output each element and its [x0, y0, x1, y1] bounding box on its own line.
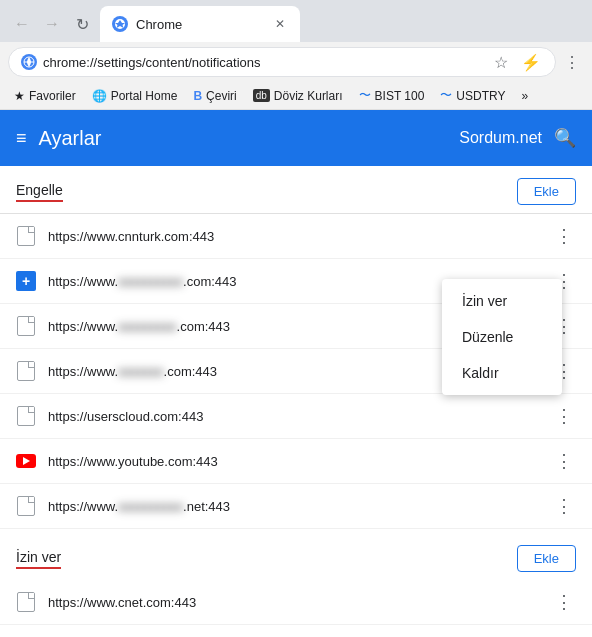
tab-bar: ← → ↻ Chrome ✕: [0, 0, 592, 42]
site-favicon-icon: +: [16, 271, 36, 291]
forward-button[interactable]: →: [38, 10, 66, 38]
site-more-button[interactable]: ⋮: [552, 494, 576, 518]
site-url-text: https://www.cnet.com:443: [48, 595, 540, 610]
site-more-button[interactable]: ⋮: [552, 590, 576, 614]
address-bar[interactable]: chrome://settings/content/notifications …: [8, 47, 556, 77]
youtube-icon: [16, 454, 36, 468]
tab-favicon-icon: [112, 16, 128, 32]
file-icon: [17, 361, 35, 381]
address-text: chrome://settings/content/notifications: [43, 55, 483, 70]
file-icon: [17, 226, 35, 246]
bookmark-portal-home[interactable]: 🌐 Portal Home: [86, 87, 184, 105]
usdtry-icon: 〜: [440, 87, 452, 104]
globe-icon: 🌐: [92, 89, 107, 103]
site-favicon-icon: [16, 406, 36, 426]
translate-icon: B: [193, 89, 202, 103]
settings-content: Engelle Ekle https://www.cnnturk.com:443…: [0, 166, 592, 637]
izin-ver-ekle-button[interactable]: Ekle: [517, 545, 576, 572]
engelle-ekle-button[interactable]: Ekle: [517, 178, 576, 205]
refresh-button[interactable]: ↻: [68, 10, 96, 38]
bookmark-more[interactable]: »: [515, 87, 534, 105]
engelle-title: Engelle: [16, 182, 63, 202]
list-item: https://userscloud.com:443 ⋮: [0, 394, 592, 439]
header-right: Sordum.net 🔍: [459, 127, 576, 149]
bookmark-usdtry[interactable]: 〜 USDTRY: [434, 85, 511, 106]
engelle-site-list: https://www.cnnturk.com:443 ⋮ + https://…: [0, 214, 592, 529]
site-favicon-icon: [16, 451, 36, 471]
site-favicon-icon: [16, 316, 36, 336]
list-item: + https://www.xxxxxxxxxx.com:443 ⋮ İzin …: [0, 259, 592, 304]
list-item: https://www.cnnturk.com:443 ⋮: [0, 214, 592, 259]
bookmark-star-button[interactable]: ☆: [489, 50, 513, 74]
file-icon: [17, 316, 35, 336]
context-menu-item-kaldir[interactable]: Kaldır: [442, 355, 562, 391]
toolbar: chrome://settings/content/notifications …: [0, 42, 592, 82]
search-icon[interactable]: 🔍: [554, 127, 576, 149]
list-item: https://www.xxxxxxxxxx.net:443 ⋮: [0, 484, 592, 529]
address-favicon-icon: [21, 54, 37, 70]
izin-ver-site-list: https://www.cnet.com:443 ⋮: [0, 580, 592, 625]
site-favicon-icon: [16, 226, 36, 246]
browser-more-button[interactable]: ⋮: [560, 50, 584, 74]
browser-window: ← → ↻ Chrome ✕ chrome://settings/content…: [0, 0, 592, 637]
site-url-text: https://www.xxxxxxxxxx.net:443: [48, 499, 540, 514]
site-url-text: https://userscloud.com:443: [48, 409, 540, 424]
bookmark-ceviri[interactable]: B Çeviri: [187, 87, 242, 105]
header-left: ≡ Ayarlar: [16, 127, 102, 150]
site-more-button[interactable]: ⋮: [552, 449, 576, 473]
bookmark-doviz[interactable]: db Döviz Kurları: [247, 87, 349, 105]
doviz-icon: db: [253, 89, 270, 102]
site-favicon-icon: [16, 592, 36, 612]
izin-ver-section-header: İzin ver Ekle: [0, 533, 592, 580]
site-more-button[interactable]: ⋮: [552, 224, 576, 248]
site-brand-text: Sordum.net: [459, 129, 542, 147]
bookmark-bist[interactable]: 〜 BIST 100: [353, 85, 431, 106]
back-button[interactable]: ←: [8, 10, 36, 38]
file-icon: [17, 406, 35, 426]
context-menu: İzin ver Düzenle Kaldır: [442, 279, 562, 395]
active-tab[interactable]: Chrome ✕: [100, 6, 300, 42]
list-item: https://www.youtube.com:443 ⋮: [0, 439, 592, 484]
engelle-section-header: Engelle Ekle: [0, 166, 592, 214]
settings-title: Ayarlar: [39, 127, 102, 150]
list-item: https://www.cnet.com:443 ⋮: [0, 580, 592, 625]
context-menu-item-duzenle[interactable]: Düzenle: [442, 319, 562, 355]
tab-title-text: Chrome: [136, 17, 264, 32]
hamburger-menu-icon[interactable]: ≡: [16, 128, 27, 149]
bist-icon: 〜: [359, 87, 371, 104]
file-icon: [17, 592, 35, 612]
site-url-text: https://www.youtube.com:443: [48, 454, 540, 469]
site-more-button[interactable]: ⋮: [552, 404, 576, 428]
site-favicon-icon: [16, 496, 36, 516]
tab-close-button[interactable]: ✕: [272, 16, 288, 32]
izin-ver-title: İzin ver: [16, 549, 61, 569]
blue-plus-icon: +: [16, 271, 36, 291]
file-icon: [17, 496, 35, 516]
bookmarks-bar: ★ Favoriler 🌐 Portal Home B Çeviri db Dö…: [0, 82, 592, 110]
context-menu-item-izin-ver[interactable]: İzin ver: [442, 283, 562, 319]
customize-button[interactable]: ⚡: [519, 50, 543, 74]
bookmark-favoriler[interactable]: ★ Favoriler: [8, 87, 82, 105]
site-favicon-icon: [16, 361, 36, 381]
nav-buttons: ← → ↻: [8, 10, 96, 38]
settings-header: ≡ Ayarlar Sordum.net 🔍: [0, 110, 592, 166]
izin-ver-section: İzin ver Ekle https://www.cnet.com:443 ⋮: [0, 533, 592, 625]
site-url-text: https://www.cnnturk.com:443: [48, 229, 540, 244]
star-icon: ★: [14, 89, 25, 103]
